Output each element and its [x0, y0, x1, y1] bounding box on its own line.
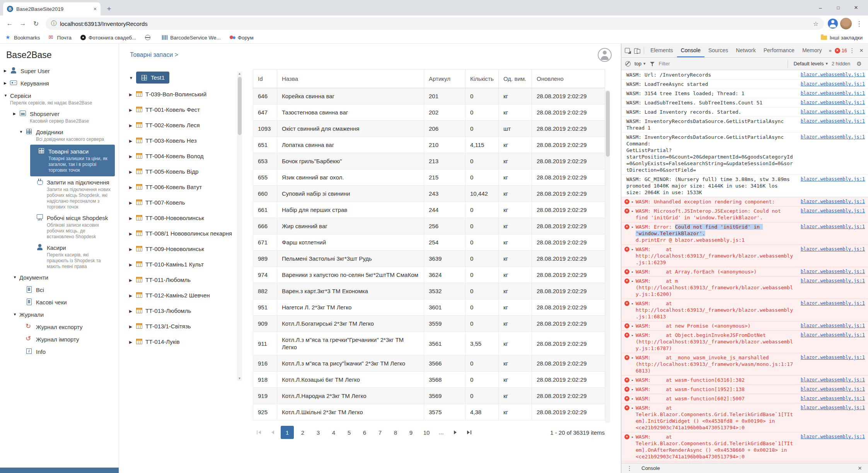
table-row[interactable]: 918 Котл.Л.Козацькі 6кг ТМ Легко 3568 0 …	[253, 372, 605, 388]
forward-button[interactable]	[17, 18, 29, 29]
tree-root-node[interactable]: Test1	[136, 72, 169, 84]
expand-icon[interactable]: ▸	[631, 208, 634, 214]
console-entry[interactable]: ▸ WASM: at new Promise (<anonymous>) bla…	[621, 321, 868, 330]
expand-icon[interactable]: ▶	[129, 137, 136, 145]
sidebar-item[interactable]: ▼ Сервіси Перелік сервісів, які надає Ba…	[4, 90, 115, 108]
console-filter-input[interactable]	[659, 61, 717, 67]
expand-icon[interactable]: ▶	[4, 80, 10, 87]
drawer-menu-icon[interactable]	[624, 463, 634, 473]
sidebar-item[interactable]: ▶ Shopserver Касовий сервер Base2Base	[13, 108, 115, 126]
devtools-menu-icon[interactable]	[848, 46, 856, 56]
profile-sync-icon[interactable]	[828, 19, 838, 29]
table-row[interactable]: 1093 Окіст свинний для смаження 206 0 шт…	[253, 121, 605, 137]
console-entry[interactable]: ▸ WASM: at _mono_wasm_invoke_js_marshall…	[621, 353, 868, 375]
console-entry[interactable]: WASM: Load Inventory records. Started. b…	[621, 107, 868, 116]
tree-node[interactable]: ▶ ТТ-009-Нововолинськ	[129, 241, 235, 257]
console-entry[interactable]: ▸ WASM: at wasm-function[1952]:138 blazo…	[621, 384, 868, 394]
source-link[interactable]: blazor.webassembly.js:1	[801, 395, 865, 402]
expand-icon[interactable]: ▶	[129, 183, 136, 191]
pager-next-button[interactable]	[449, 426, 461, 439]
table-row[interactable]: 671 Фарш котлетний 254 0 кг 28.08.2019 2…	[253, 234, 605, 251]
scrollbar-thumb[interactable]	[238, 77, 242, 135]
expand-icon[interactable]: ▸	[631, 377, 634, 383]
expand-icon[interactable]: ▸	[631, 354, 634, 361]
console-settings-icon[interactable]	[854, 59, 864, 69]
expand-icon[interactable]: ▼	[19, 128, 26, 135]
expand-icon[interactable]: ▸	[631, 332, 634, 338]
filter-icon[interactable]	[650, 61, 655, 67]
expand-icon[interactable]: ▶	[129, 292, 136, 299]
pager-page-button[interactable]: 8	[389, 426, 402, 439]
breadcrumb[interactable]: Товарні запаси >	[130, 51, 178, 58]
expand-icon[interactable]: ▸	[631, 198, 634, 205]
source-link[interactable]: blazor.webassembly.js:1	[801, 246, 865, 253]
tree-node[interactable]: ▶ ТТ-007-Ковель	[129, 195, 235, 210]
scroll-up-icon[interactable]: ▲	[237, 72, 242, 76]
log-levels-selector[interactable]: Default levels	[793, 61, 828, 67]
expand-icon[interactable]: ▶	[129, 307, 136, 315]
url-input[interactable]: localhost:63913/InventoryRecords	[60, 20, 810, 27]
tree-node[interactable]: ▶ ТТ-006-Ковель Ватут	[129, 179, 235, 195]
console-entry[interactable]: ▸ WASM: at http://localhost:63913/_frame…	[621, 244, 868, 267]
console-entry[interactable]: ▸ WASM: at Object.beginInvokeJSFromDotNe…	[621, 330, 868, 353]
pager-page-button[interactable]: 3	[312, 426, 325, 439]
pager-page-button[interactable]: 10	[420, 426, 433, 439]
source-link[interactable]: blazor.webassembly.js:1	[801, 118, 865, 125]
column-header[interactable]: Назва	[277, 70, 424, 88]
pager-page-button[interactable]: 1	[281, 426, 294, 439]
table-row[interactable]: 666 Жир свинний ваг 256 0 кг 28.08.2019 …	[253, 218, 605, 234]
expand-icon[interactable]: ▶	[129, 230, 136, 237]
expand-icon[interactable]: ▸	[631, 323, 634, 329]
table-row[interactable]: 882 Варен.з карт.3кг*3 ТМ Економка 3532 …	[253, 283, 605, 299]
source-link[interactable]: blazor.webassembly.js:1	[801, 72, 865, 78]
devtools-tab[interactable]: Performance	[760, 44, 798, 57]
source-link[interactable]: blazor.webassembly.js:1	[801, 377, 865, 383]
expand-icon[interactable]: ▼	[13, 274, 19, 281]
drawer-close-icon[interactable]	[855, 463, 865, 473]
grid-scrollbar[interactable]	[605, 90, 610, 423]
sidebar-item[interactable]: ▶ Керування	[4, 78, 115, 90]
expand-icon[interactable]: ▼	[4, 92, 10, 99]
user-icon[interactable]	[598, 48, 612, 62]
console-entry[interactable]: WASM: 3154 tree Items loaded; Thread: 1 …	[621, 89, 868, 98]
context-selector[interactable]: top	[634, 61, 646, 67]
source-link[interactable]: blazor.webassembly.js:1	[801, 99, 865, 106]
tree-node[interactable]: ▶ ТТ-008/1 Нововолинськ пекарня	[129, 226, 235, 241]
source-link[interactable]: blazor.webassembly.js:1	[801, 81, 865, 87]
sidebar-item[interactable]: ▶ Super User	[4, 65, 115, 77]
scroll-down-icon[interactable]: ▼	[237, 376, 242, 381]
sidebar-item[interactable]: ▼ Довідники Всі довідники касового серве…	[19, 126, 115, 144]
bookmark-item[interactable]: Bookmarks	[5, 34, 40, 41]
tree-node[interactable]: ▶ ТТ-004-Ковель Волод	[129, 149, 235, 164]
table-row[interactable]: 661 Набір для перших страв 244 0 кг 28.0…	[253, 202, 605, 218]
pager-page-button[interactable]: 5	[343, 426, 356, 439]
devtools-tab[interactable]: Sources	[704, 44, 732, 57]
omnibox[interactable]: localhost:63913/InventoryRecords	[46, 17, 824, 30]
pager-first-button[interactable]	[253, 426, 264, 439]
console-entry[interactable]: ▸ WASM: Microsoft.JSInterop.JSException:…	[621, 206, 868, 222]
sidebar-item[interactable]: Запити на підключення Запити на підключе…	[30, 177, 115, 212]
tree-node[interactable]: ▶ ТТ-008-Нововолинськ	[129, 210, 235, 226]
console-entry[interactable]: ▸ WASM: Error: Could not find 'initGrid'…	[621, 222, 868, 244]
tree-node[interactable]: ▶ ТТ-005-Ковель Відр	[129, 164, 235, 179]
console-entry[interactable]: ▸ WASM: Unhandled exception rendering co…	[621, 197, 868, 206]
expand-icon[interactable]: ▶	[129, 214, 136, 222]
console-entry[interactable]: WASM: InventoryRecordsDataSource.GetList…	[621, 116, 868, 132]
hidden-messages-label[interactable]: 2 hidden	[832, 61, 850, 67]
source-link[interactable]: blazor.webassembly.js:1	[801, 134, 865, 140]
tree-node[interactable]: ▶ ТТ-002-Ковель Леся	[129, 118, 235, 133]
bookmark-item[interactable]: BarcodeService We...	[162, 34, 220, 41]
source-link[interactable]: blazor.webassembly.js:1	[801, 208, 865, 214]
table-row[interactable]: 655 Язик свинний ваг охол. 215 0 кг 28.0…	[253, 169, 605, 186]
pager-last-button[interactable]	[463, 426, 475, 439]
table-row[interactable]: 909 Котл.Л.Богатирські 2*3кг ТМ Легко 35…	[253, 316, 605, 332]
sidebar-item[interactable]: Журнал експорту	[19, 321, 115, 333]
expand-icon[interactable]: ▶	[4, 67, 10, 74]
expand-icon[interactable]: ▶	[129, 152, 136, 160]
tree-node[interactable]: ▶ ТТ-013/1-Світязь	[129, 319, 235, 334]
source-link[interactable]: blazor.webassembly.js:1	[801, 278, 865, 284]
site-info-icon[interactable]	[51, 20, 56, 27]
devtools-close-icon[interactable]	[857, 46, 866, 56]
back-button[interactable]	[4, 18, 15, 29]
tree-node[interactable]: ▶ ТТ-011-Любомль	[129, 272, 235, 288]
